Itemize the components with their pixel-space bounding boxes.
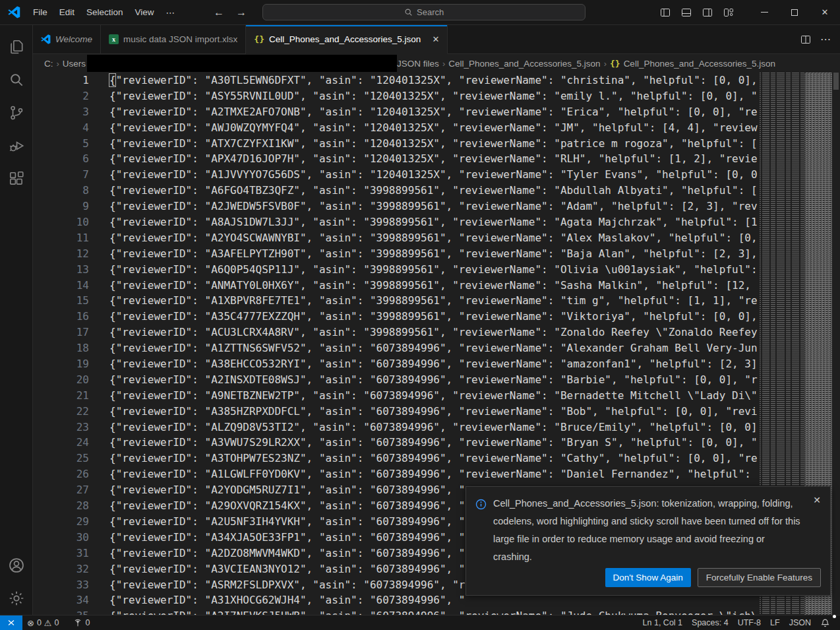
excel-file-icon: x (109, 34, 119, 44)
line-text: {"reviewerID": "ATX7CZYFXI1KW", "asin": … (109, 136, 758, 152)
code-line[interactable]: 14{"reviewerID": "ANMATY0L0HX6Y", "asin"… (33, 278, 760, 294)
code-line[interactable]: 2{"reviewerID": "ASY55RVNIL0UD", "asin":… (33, 88, 760, 104)
menu-file[interactable]: File (27, 5, 53, 20)
command-center-search[interactable]: Search (262, 4, 585, 20)
code-line[interactable]: 5{"reviewerID": "ATX7CZYFXI1KW", "asin":… (33, 136, 760, 152)
line-text: {"reviewerID": "A3TOHPW7ES23NZ", "asin":… (109, 451, 758, 466)
minimize-button[interactable] (749, 0, 779, 25)
line-number: 3 (33, 104, 89, 120)
line-text: {"reviewerID": "A29OXVQRZ154KX", "asin":… (109, 498, 465, 514)
toggle-primary-sidebar-icon[interactable] (657, 4, 674, 21)
code-line[interactable]: 24{"reviewerID": "A3VWU7S29LR2XX", "asin… (33, 435, 760, 451)
run-debug-icon[interactable] (1, 129, 32, 162)
back-arrow-icon[interactable]: ← (212, 7, 225, 18)
code-line[interactable]: 7{"reviewerID": "A1JVVYYO7G56DS", "asin"… (33, 167, 760, 183)
indentation[interactable]: Spaces: 4 (687, 615, 733, 630)
language-mode[interactable]: JSON (785, 615, 816, 630)
tab-close-icon[interactable]: ✕ (432, 34, 439, 44)
forward-arrow-icon[interactable]: → (235, 7, 248, 18)
search-icon (404, 8, 413, 16)
code-line[interactable]: 12{"reviewerID": "A3AFELPYTZH90T", "asin… (33, 246, 760, 262)
dont-show-again-button[interactable]: Don't Show Again (605, 568, 691, 587)
remote-indicator[interactable] (0, 615, 22, 630)
line-number: 25 (33, 451, 89, 466)
code-line[interactable]: 18{"reviewerID": "A1ZTTNS6SWFV52", "asin… (33, 340, 760, 356)
breadcrumb-symbol[interactable]: Cell_Phones_and_Accessories_5.json (624, 59, 775, 69)
editor-more-actions-icon[interactable]: ⋯ (820, 33, 831, 46)
code-line[interactable]: 1{"reviewerID": "A30TL5EWN6DFXT", "asin"… (33, 73, 760, 88)
forcefully-enable-features-button[interactable]: Forcefully Enable Features (698, 568, 821, 587)
code-line[interactable]: 35{"reviewerID": "A2I7NEVKSJ5UWB", "asin… (33, 608, 760, 615)
line-text: {"reviewerID": "A31XHOCG62WJH4", "asin":… (109, 592, 465, 608)
code-line[interactable]: 13{"reviewerID": "A6Q0P54QSP11J", "asin"… (33, 262, 760, 278)
extensions-icon[interactable] (1, 162, 32, 195)
line-number: 32 (33, 561, 89, 577)
notification-dot-badge (833, 615, 836, 618)
notifications-bell-icon[interactable] (816, 615, 835, 630)
code-line[interactable]: 23{"reviewerID": "ALZQ9D8V53TI2", "asin"… (33, 420, 760, 435)
warning-icon: ⚠ (44, 618, 52, 628)
cursor-position[interactable]: Ln 1, Col 1 (638, 615, 687, 630)
vertical-scrollbar[interactable] (832, 73, 840, 615)
code-line[interactable]: 21{"reviewerID": "A9NETBZNEW2TP", "asin"… (33, 388, 760, 404)
scrollbar-thumb[interactable] (833, 73, 839, 90)
settings-gear-icon[interactable] (1, 582, 32, 615)
editor-area: 1{"reviewerID": "A30TL5EWN6DFXT", "asin"… (33, 73, 840, 615)
maximize-button[interactable] (779, 0, 810, 25)
line-text: {"reviewerID": "ASY55RVNIL0UD", "asin": … (109, 88, 758, 104)
code-line[interactable]: 17{"reviewerID": "ACU3LCRX4A8RV", "asin"… (33, 325, 760, 340)
ports-count: 0 (85, 618, 90, 627)
code-line[interactable]: 9{"reviewerID": "A2JWEDW5FSVB0F", "asin"… (33, 199, 760, 214)
line-number: 34 (33, 592, 89, 608)
code-line[interactable]: 20{"reviewerID": "A2INSXDTE08WSJ", "asin… (33, 372, 760, 388)
status-bar: ⊗ 0 ⚠ 0 0 Ln 1, Col 1 Spaces: 4 UTF-8 LF… (0, 615, 840, 630)
breadcrumb-drive[interactable]: C: (44, 59, 53, 69)
line-number: 2 (33, 88, 89, 104)
code-line[interactable]: 15{"reviewerID": "A1XBPVR8FE7TE1", "asin… (33, 293, 760, 309)
menu-more[interactable]: ⋯ (160, 5, 181, 20)
line-number: 35 (33, 608, 89, 615)
menu-view[interactable]: View (129, 5, 160, 20)
customize-layout-icon[interactable] (720, 4, 737, 21)
code-line[interactable]: 19{"reviewerID": "A38EHCCO532RYI", "asin… (33, 356, 760, 372)
line-text: {"reviewerID": "A1XBPVR8FE7TE1", "asin":… (109, 293, 758, 309)
code-line[interactable]: 10{"reviewerID": "A8AJS1DW7L3JJ", "asin"… (33, 214, 760, 230)
source-control-icon[interactable] (1, 96, 32, 129)
code-line[interactable]: 25{"reviewerID": "A3TOHPW7ES23NZ", "asin… (33, 451, 760, 466)
menu-selection[interactable]: Selection (80, 5, 129, 20)
line-number: 21 (33, 388, 89, 404)
code-line[interactable]: 16{"reviewerID": "A35C4777EXZZQH", "asin… (33, 309, 760, 325)
ports-indicator[interactable]: 0 (69, 615, 94, 630)
problems-indicator[interactable]: ⊗ 0 ⚠ 0 (22, 615, 63, 630)
code-line[interactable]: 4{"reviewerID": "AWJ0WZQYMYFQ4", "asin":… (33, 120, 760, 136)
split-editor-icon[interactable] (800, 34, 811, 45)
encoding[interactable]: UTF-8 (733, 615, 765, 630)
code-line[interactable]: 22{"reviewerID": "A385HZRPXDDFCL", "asin… (33, 404, 760, 420)
line-number: 30 (33, 530, 89, 546)
explorer-icon[interactable] (1, 30, 32, 63)
code-line[interactable]: 26{"reviewerID": "A1LGWLFF0YD0KV", "asin… (33, 466, 760, 482)
vscode-logo-icon (8, 6, 20, 18)
account-icon[interactable] (1, 549, 32, 582)
line-text: {"reviewerID": "A2INSXDTE08WSJ", "asin":… (109, 372, 758, 388)
close-window-button[interactable]: ✕ (810, 0, 840, 25)
eol-sequence[interactable]: LF (765, 615, 785, 630)
code-line[interactable]: 3{"reviewerID": "A2TMXE2AFO7ONB", "asin"… (33, 104, 760, 120)
line-text: {"reviewerID": "ASRM2FSLDPXVX", "asin": … (109, 577, 465, 593)
line-number: 12 (33, 246, 89, 262)
breadcrumb-file[interactable]: Cell_Phones_and_Accessories_5.json (448, 59, 600, 69)
code-line[interactable]: 6{"reviewerID": "APX47D16JOP7H", "asin":… (33, 151, 760, 167)
tab-cell-phones-json[interactable]: {} Cell_Phones_and_Accessories_5.json ✕ (246, 25, 448, 54)
toggle-secondary-sidebar-icon[interactable] (699, 4, 716, 21)
breadcrumb-folder[interactable]: JSON files (397, 59, 439, 69)
tab-label: Welcome (55, 34, 92, 44)
breadcrumb-users[interactable]: Users (63, 59, 86, 69)
menu-edit[interactable]: Edit (53, 5, 80, 20)
code-line[interactable]: 8{"reviewerID": "A6FGO4TBZ3QFZ", "asin":… (33, 183, 760, 199)
tab-welcome[interactable]: Welcome (33, 25, 101, 53)
tab-music-data-xlsx[interactable]: x music data JSON import.xlsx (101, 25, 246, 53)
search-sidebar-icon[interactable] (1, 63, 32, 96)
notification-close-icon[interactable]: ✕ (813, 495, 821, 566)
toggle-panel-icon[interactable] (678, 4, 695, 21)
code-line[interactable]: 11{"reviewerID": "A2YO4SCWAWNYBI", "asin… (33, 230, 760, 246)
